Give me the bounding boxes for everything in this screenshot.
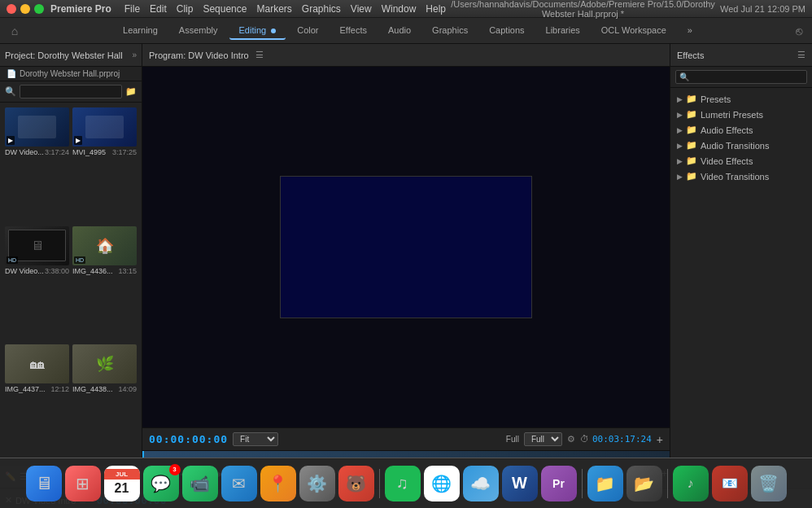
tab-ocl[interactable]: OCL Workspace [592,22,676,40]
dock-mail-mini[interactable]: 📧 [712,466,748,501]
list-item[interactable]: 🏠 HD IMG_4436... 13:15 [72,226,137,342]
dock-folder-2[interactable]: 📂 [626,466,662,501]
dock-system-prefs[interactable]: ⚙️ [299,466,335,501]
menu-graphics[interactable]: Graphics [302,3,341,15]
media-name: IMG_4436... [72,267,113,275]
workspace-tabs: Learning Assembly Editing Color Effects … [26,22,789,40]
list-item[interactable]: 🏘 IMG_4437... 12:12 [5,344,69,460]
new-bin-icon[interactable]: 📁 [125,86,137,97]
fullscreen-button[interactable] [34,4,44,14]
effects-item-video-transitions[interactable]: ▶ 📁 Video Transitions [670,169,812,184]
add-button[interactable]: + [657,433,663,446]
tab-audio[interactable]: Audio [378,22,421,40]
dock-separator-1 [379,469,380,498]
messages-badge: 3 [169,464,181,475]
dock-chrome[interactable]: 🌐 [424,466,460,501]
dock-music-mini[interactable]: ♪ [673,466,709,501]
effects-search-bar [670,67,812,88]
menu-sequence[interactable]: Sequence [203,3,247,15]
quality-select[interactable]: Full 1/2 1/4 [524,432,562,446]
chevron-right-icon: ▶ [677,173,683,181]
effects-item-audio-transitions[interactable]: ▶ 📁 Audio Transitions [670,138,812,153]
dock-finder[interactable]: 🖥 [26,466,62,501]
effects-panel-title: Effects [677,50,704,60]
menu-edit[interactable]: Edit [150,3,167,15]
menu-file[interactable]: File [124,3,140,15]
media-badge-left: HD [7,256,18,264]
more-workspaces[interactable]: » [678,22,702,40]
dock-word[interactable]: W [502,466,538,501]
list-item[interactable]: ▶ MVI_4995 3:17:25 [72,107,137,223]
project-panel-expand[interactable]: » [132,50,137,59]
tab-editing[interactable]: Editing [229,22,286,40]
effects-search-input[interactable] [675,70,807,84]
list-item[interactable]: 🖥 HD DW Video... 3:38:00 [5,226,69,342]
effects-item-audio-effects[interactable]: ▶ 📁 Audio Effects [670,122,812,138]
dock-messages[interactable]: 💬 3 [143,466,179,501]
media-info: DW Video... 3:17:24 [5,148,69,156]
dock-icloud[interactable]: ☁️ [463,466,499,501]
menu-window[interactable]: Window [382,3,417,15]
dock-bear[interactable]: 🐻 [338,466,374,501]
media-badge-left: ▶ [74,136,82,145]
effects-item-label: Video Transitions [701,172,769,182]
dock-premiere[interactable]: Pr [541,466,577,501]
dock-spotify[interactable]: ♫ [385,466,421,501]
media-thumbnail: 🏠 HD [72,226,137,265]
tab-color[interactable]: Color [287,22,328,40]
chevron-right-icon: ▶ [677,126,683,134]
tab-graphics[interactable]: Graphics [422,22,478,40]
fit-select[interactable]: Fit 25% 50% 100% [233,432,278,446]
minimize-button[interactable] [20,4,30,14]
effects-tree: ▶ 📁 Presets ▶ 📁 Lumetri Presets ▶ 📁 Audi… [670,88,812,488]
share-button[interactable]: ⎋ [789,21,809,41]
dock-facetime[interactable]: 📹 [182,466,218,501]
media-name: DW Video... [5,267,44,275]
list-item[interactable]: ▶ DW Video... 3:17:24 [5,107,69,223]
tab-captions[interactable]: Captions [479,22,534,40]
menu-view[interactable]: View [351,3,372,15]
settings-icon[interactable]: ⚙ [567,434,575,444]
menu-help[interactable]: Help [426,3,446,15]
search-icon: 🔍 [5,86,16,97]
effects-item-video-effects[interactable]: ▶ 📁 Video Effects [670,153,812,169]
navbar: ⌂ Learning Assembly Editing Color Effect… [0,18,812,44]
media-name: IMG_4437... [5,385,46,393]
menu-markers[interactable]: Markers [256,3,291,15]
tab-assembly[interactable]: Assembly [169,22,228,40]
dock-trash[interactable]: 🗑️ [751,466,787,501]
media-badge-left: ▶ [7,136,15,145]
dock-maps[interactable]: 📍 [260,466,296,501]
program-controls-bar: 00:00:00:00 Fit 25% 50% 100% Full Full 1… [142,427,670,450]
dock-mail[interactable]: ✉ [221,466,257,501]
effects-item-lumetri[interactable]: ▶ 📁 Lumetri Presets [670,107,812,122]
close-button[interactable] [7,4,16,14]
dock-folder[interactable]: 📁 [587,466,623,501]
effects-item-label: Audio Transitions [701,141,769,151]
datetime: Wed Jul 21 12:09 PM [720,4,805,14]
media-info: IMG_4436... 13:15 [72,267,137,275]
dock-launchpad[interactable]: ⊞ [65,466,101,501]
calendar-month: JUL [104,469,140,480]
effects-menu-icon[interactable]: ☰ [797,50,805,60]
project-panel: Project: Dorothy Webster Hall » 📄 Doroth… [0,44,142,488]
dock-calendar[interactable]: JUL 21 [104,466,140,501]
list-item[interactable]: 🌿 IMG_4438... 14:09 [72,344,137,460]
tab-learning[interactable]: Learning [113,22,168,40]
menu-clip[interactable]: Clip [177,3,194,15]
effects-panel: Effects ☰ ▶ 📁 Presets ▶ 📁 Lumetri Preset… [670,44,812,488]
media-duration: 12:12 [50,385,69,393]
active-tab-indicator [271,28,276,33]
home-button[interactable]: ⌂ [3,20,26,42]
effects-panel-header: Effects ☰ [670,44,812,67]
project-search-input[interactable] [20,85,122,99]
folder-icon: 📁 [686,171,697,182]
tab-effects[interactable]: Effects [330,22,377,40]
effects-item-presets[interactable]: ▶ 📁 Presets [670,91,812,107]
media-badge-left: HD [74,256,85,264]
media-name: IMG_4438... [72,385,113,393]
media-thumbnail: 🌿 [72,344,137,383]
project-file-name: Dorothy Webster Hall.prproj [20,69,120,78]
program-menu-icon[interactable]: ☰ [255,50,264,60]
tab-libraries[interactable]: Libraries [536,22,590,40]
